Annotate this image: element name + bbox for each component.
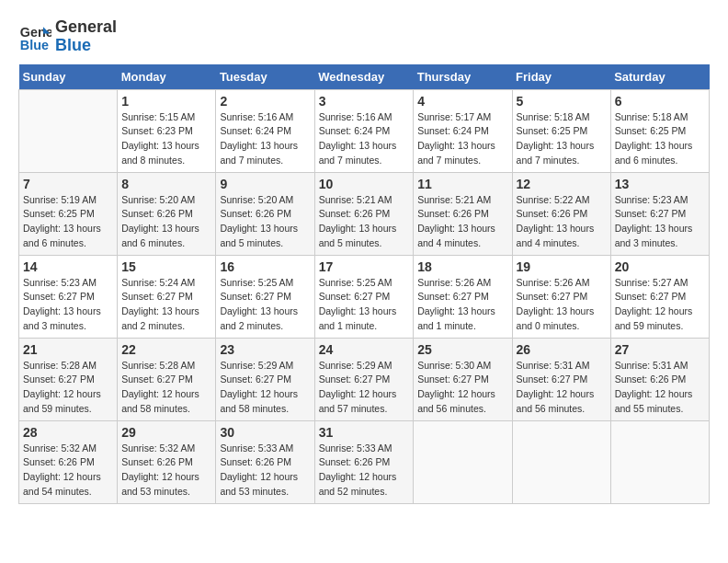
day-info: Sunrise: 5:24 AMSunset: 6:27 PMDaylight:…	[121, 276, 211, 334]
calendar-cell: 8Sunrise: 5:20 AMSunset: 6:26 PMDaylight…	[118, 172, 216, 255]
day-number: 12	[517, 177, 607, 191]
day-info: Sunrise: 5:21 AMSunset: 6:26 PMDaylight:…	[417, 193, 507, 251]
day-number: 11	[417, 177, 507, 191]
logo-text: General Blue	[55, 18, 117, 55]
header-monday: Monday	[118, 64, 216, 90]
calendar-cell: 25Sunrise: 5:30 AMSunset: 6:27 PMDayligh…	[414, 338, 512, 420]
day-info: Sunrise: 5:22 AMSunset: 6:26 PMDaylight:…	[517, 193, 607, 251]
day-number: 7	[23, 177, 113, 191]
header-tuesday: Tuesday	[216, 64, 314, 90]
svg-text:Blue: Blue	[20, 37, 49, 52]
calendar-cell	[19, 89, 118, 172]
calendar-cell: 20Sunrise: 5:27 AMSunset: 6:27 PMDayligh…	[610, 255, 709, 338]
day-info: Sunrise: 5:18 AMSunset: 6:25 PMDaylight:…	[615, 110, 705, 168]
calendar-cell: 5Sunrise: 5:18 AMSunset: 6:25 PMDaylight…	[512, 89, 610, 172]
calendar-cell: 27Sunrise: 5:31 AMSunset: 6:26 PMDayligh…	[610, 338, 709, 420]
logo-icon: General Blue	[18, 20, 51, 53]
day-number: 17	[319, 259, 410, 274]
day-number: 28	[23, 425, 113, 440]
day-info: Sunrise: 5:28 AMSunset: 6:27 PMDaylight:…	[23, 359, 113, 417]
calendar-cell: 12Sunrise: 5:22 AMSunset: 6:26 PMDayligh…	[512, 172, 610, 255]
calendar-cell: 26Sunrise: 5:31 AMSunset: 6:27 PMDayligh…	[512, 338, 610, 420]
week-row-2: 7Sunrise: 5:19 AMSunset: 6:25 PMDaylight…	[19, 172, 710, 255]
calendar-cell: 23Sunrise: 5:29 AMSunset: 6:27 PMDayligh…	[216, 338, 314, 420]
header-wednesday: Wednesday	[314, 64, 414, 90]
day-info: Sunrise: 5:23 AMSunset: 6:27 PMDaylight:…	[23, 276, 113, 334]
day-info: Sunrise: 5:30 AMSunset: 6:27 PMDaylight:…	[417, 359, 507, 417]
calendar-cell: 19Sunrise: 5:26 AMSunset: 6:27 PMDayligh…	[512, 255, 610, 338]
calendar-cell: 4Sunrise: 5:17 AMSunset: 6:24 PMDaylight…	[414, 89, 512, 172]
calendar-cell: 30Sunrise: 5:33 AMSunset: 6:26 PMDayligh…	[216, 420, 314, 503]
day-info: Sunrise: 5:15 AMSunset: 6:23 PMDaylight:…	[121, 110, 211, 168]
day-number: 1	[121, 94, 211, 109]
calendar-cell: 10Sunrise: 5:21 AMSunset: 6:26 PMDayligh…	[314, 172, 414, 255]
day-number: 9	[220, 177, 310, 191]
week-row-3: 14Sunrise: 5:23 AMSunset: 6:27 PMDayligh…	[19, 255, 710, 338]
page-header: General Blue General Blue	[18, 18, 710, 55]
day-info: Sunrise: 5:25 AMSunset: 6:27 PMDaylight:…	[220, 276, 310, 334]
calendar-cell: 14Sunrise: 5:23 AMSunset: 6:27 PMDayligh…	[19, 255, 118, 338]
day-info: Sunrise: 5:32 AMSunset: 6:26 PMDaylight:…	[121, 442, 211, 500]
day-info: Sunrise: 5:29 AMSunset: 6:27 PMDaylight:…	[220, 359, 310, 417]
day-info: Sunrise: 5:33 AMSunset: 6:26 PMDaylight:…	[319, 442, 410, 500]
day-number: 22	[121, 342, 211, 357]
day-number: 8	[121, 177, 211, 191]
calendar-cell	[512, 420, 610, 503]
calendar-cell: 29Sunrise: 5:32 AMSunset: 6:26 PMDayligh…	[118, 420, 216, 503]
calendar-cell: 2Sunrise: 5:16 AMSunset: 6:24 PMDaylight…	[216, 89, 314, 172]
week-row-4: 21Sunrise: 5:28 AMSunset: 6:27 PMDayligh…	[19, 338, 710, 420]
week-row-1: 1Sunrise: 5:15 AMSunset: 6:23 PMDaylight…	[19, 89, 710, 172]
day-number: 30	[220, 425, 310, 440]
calendar-cell: 22Sunrise: 5:28 AMSunset: 6:27 PMDayligh…	[118, 338, 216, 420]
calendar-cell: 1Sunrise: 5:15 AMSunset: 6:23 PMDaylight…	[118, 89, 216, 172]
day-info: Sunrise: 5:20 AMSunset: 6:26 PMDaylight:…	[121, 193, 211, 251]
header-saturday: Saturday	[610, 64, 709, 90]
day-number: 31	[319, 425, 410, 440]
calendar-table: SundayMondayTuesdayWednesdayThursdayFrid…	[18, 64, 710, 504]
day-info: Sunrise: 5:20 AMSunset: 6:26 PMDaylight:…	[220, 193, 310, 251]
calendar-cell: 11Sunrise: 5:21 AMSunset: 6:26 PMDayligh…	[414, 172, 512, 255]
day-number: 27	[615, 342, 705, 357]
day-number: 25	[417, 342, 507, 357]
day-info: Sunrise: 5:32 AMSunset: 6:26 PMDaylight:…	[23, 442, 113, 500]
calendar-cell: 21Sunrise: 5:28 AMSunset: 6:27 PMDayligh…	[19, 338, 118, 420]
day-info: Sunrise: 5:16 AMSunset: 6:24 PMDaylight:…	[319, 110, 410, 168]
header-thursday: Thursday	[414, 64, 512, 90]
day-number: 29	[121, 425, 211, 440]
day-number: 24	[319, 342, 410, 357]
logo: General Blue General Blue	[18, 18, 117, 55]
day-info: Sunrise: 5:19 AMSunset: 6:25 PMDaylight:…	[23, 193, 113, 251]
day-number: 23	[220, 342, 310, 357]
day-number: 6	[615, 94, 705, 109]
day-info: Sunrise: 5:26 AMSunset: 6:27 PMDaylight:…	[417, 276, 507, 334]
day-number: 3	[319, 94, 410, 109]
calendar-cell: 24Sunrise: 5:29 AMSunset: 6:27 PMDayligh…	[314, 338, 414, 420]
calendar-cell: 17Sunrise: 5:25 AMSunset: 6:27 PMDayligh…	[314, 255, 414, 338]
header-sunday: Sunday	[19, 64, 118, 90]
header-friday: Friday	[512, 64, 610, 90]
day-info: Sunrise: 5:28 AMSunset: 6:27 PMDaylight:…	[121, 359, 211, 417]
day-info: Sunrise: 5:29 AMSunset: 6:27 PMDaylight:…	[319, 359, 410, 417]
day-info: Sunrise: 5:23 AMSunset: 6:27 PMDaylight:…	[615, 193, 705, 251]
calendar-cell: 18Sunrise: 5:26 AMSunset: 6:27 PMDayligh…	[414, 255, 512, 338]
day-number: 4	[417, 94, 507, 109]
day-info: Sunrise: 5:17 AMSunset: 6:24 PMDaylight:…	[417, 110, 507, 168]
day-info: Sunrise: 5:21 AMSunset: 6:26 PMDaylight:…	[319, 193, 410, 251]
day-number: 19	[517, 259, 607, 274]
calendar-cell	[414, 420, 512, 503]
calendar-cell: 3Sunrise: 5:16 AMSunset: 6:24 PMDaylight…	[314, 89, 414, 172]
calendar-cell: 7Sunrise: 5:19 AMSunset: 6:25 PMDaylight…	[19, 172, 118, 255]
calendar-cell: 31Sunrise: 5:33 AMSunset: 6:26 PMDayligh…	[314, 420, 414, 503]
day-number: 10	[319, 177, 410, 191]
calendar-cell	[610, 420, 709, 503]
calendar-cell: 28Sunrise: 5:32 AMSunset: 6:26 PMDayligh…	[19, 420, 118, 503]
day-number: 26	[517, 342, 607, 357]
day-number: 21	[23, 342, 113, 357]
day-info: Sunrise: 5:18 AMSunset: 6:25 PMDaylight:…	[517, 110, 607, 168]
day-number: 15	[121, 259, 211, 274]
day-info: Sunrise: 5:27 AMSunset: 6:27 PMDaylight:…	[615, 276, 705, 334]
day-info: Sunrise: 5:26 AMSunset: 6:27 PMDaylight:…	[517, 276, 607, 334]
day-number: 13	[615, 177, 705, 191]
calendar-cell: 13Sunrise: 5:23 AMSunset: 6:27 PMDayligh…	[610, 172, 709, 255]
calendar-cell: 16Sunrise: 5:25 AMSunset: 6:27 PMDayligh…	[216, 255, 314, 338]
